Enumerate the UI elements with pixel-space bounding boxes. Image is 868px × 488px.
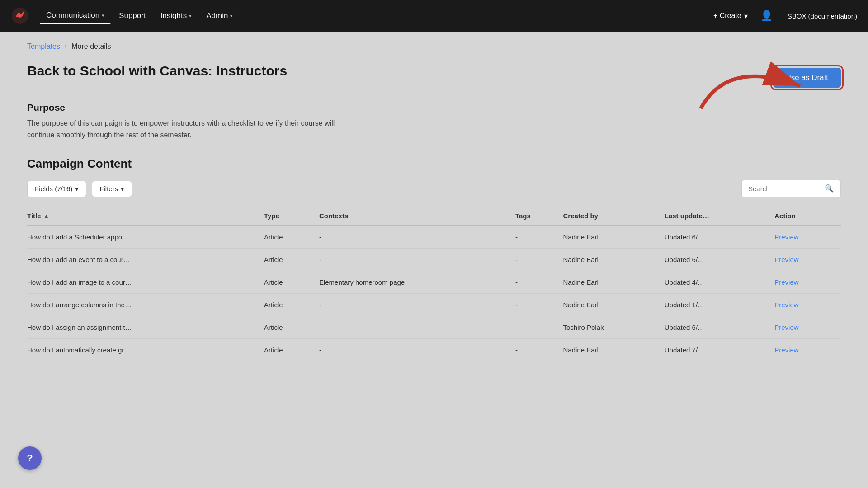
table-row: How do I automatically create gr… Articl… — [27, 339, 841, 361]
col-contexts: Contexts — [319, 206, 515, 225]
preview-link[interactable]: Preview — [774, 301, 798, 309]
search-input[interactable] — [748, 185, 821, 192]
cell-action[interactable]: Preview — [774, 294, 841, 316]
preview-link[interactable]: Preview — [774, 324, 798, 331]
chevron-down-icon: ▾ — [189, 13, 192, 19]
table-row: How do I arrange columns in the… Article… — [27, 294, 841, 316]
cell-type: Article — [264, 225, 319, 249]
chevron-down-icon: ▾ — [744, 12, 748, 20]
cell-type: Article — [264, 271, 319, 294]
sort-icon[interactable]: ▲ — [44, 213, 49, 219]
cell-last-updated: Updated 7/… — [665, 339, 775, 361]
nav-items: Communication ▾ Support Insights ▾ Admin… — [40, 7, 708, 24]
use-as-draft-button[interactable]: Use as Draft — [773, 68, 841, 88]
cell-tags: - — [515, 339, 563, 361]
cell-contexts: - — [319, 339, 515, 361]
cell-last-updated: Updated 6/… — [665, 225, 775, 249]
content-table: Title ▲ Type Contexts Tags Created by La… — [27, 206, 841, 361]
cell-created-by: Nadine Earl — [563, 271, 664, 294]
chevron-down-icon: ▾ — [75, 185, 79, 193]
table-row: How do I add a Scheduler appoi… Article … — [27, 225, 841, 249]
cell-tags: - — [515, 249, 563, 271]
campaign-content-title: Campaign Content — [27, 157, 841, 171]
table-row: How do I assign an assignment t… Article… — [27, 316, 841, 339]
org-label[interactable]: SBOX (documentation) — [780, 12, 857, 20]
cell-contexts: - — [319, 316, 515, 339]
cell-tags: - — [515, 294, 563, 316]
table-row: How do I add an event to a cour… Article… — [27, 249, 841, 271]
cell-title: How do I add an image to a cour… — [27, 271, 264, 294]
preview-link[interactable]: Preview — [774, 278, 798, 286]
cell-created-by: Nadine Earl — [563, 249, 664, 271]
cell-type: Article — [264, 294, 319, 316]
cell-title: How do I automatically create gr… — [27, 339, 264, 361]
nav-insights[interactable]: Insights ▾ — [154, 8, 198, 24]
cell-created-by: Toshiro Polak — [563, 316, 664, 339]
preview-link[interactable]: Preview — [774, 346, 798, 354]
preview-link[interactable]: Preview — [774, 256, 798, 263]
col-created-by: Created by — [563, 206, 664, 225]
breadcrumb-templates-link[interactable]: Templates — [27, 42, 60, 51]
preview-link[interactable]: Preview — [774, 233, 798, 241]
col-last-updated: Last update… — [665, 206, 775, 225]
search-box[interactable]: 🔍 — [741, 180, 841, 197]
cell-title: How do I assign an assignment t… — [27, 316, 264, 339]
nav-right: + Create ▾ 👤 SBOX (documentation) — [708, 9, 857, 23]
purpose-section: Purpose The purpose of this campaign is … — [27, 102, 841, 141]
create-button[interactable]: + Create ▾ — [708, 9, 753, 23]
cell-last-updated: Updated 4/… — [665, 271, 775, 294]
cell-contexts: - — [319, 225, 515, 249]
cell-last-updated: Updated 6/… — [665, 249, 775, 271]
table-row: How do I add an image to a cour… Article… — [27, 271, 841, 294]
cell-action[interactable]: Preview — [774, 249, 841, 271]
table-body: How do I add a Scheduler appoi… Article … — [27, 225, 841, 361]
fields-filter-button[interactable]: Fields (7/16) ▾ — [27, 181, 86, 197]
user-icon[interactable]: 👤 — [760, 10, 773, 22]
filters-left: Fields (7/16) ▾ Filters ▾ — [27, 181, 132, 197]
nav-admin[interactable]: Admin ▾ — [200, 8, 239, 24]
filters-row: Fields (7/16) ▾ Filters ▾ 🔍 — [27, 180, 841, 197]
cell-title: How do I add a Scheduler appoi… — [27, 225, 264, 249]
cell-last-updated: Updated 1/… — [665, 294, 775, 316]
cell-title: How do I add an event to a cour… — [27, 249, 264, 271]
cell-action[interactable]: Preview — [774, 225, 841, 249]
cell-action[interactable]: Preview — [774, 316, 841, 339]
col-title: Title ▲ — [27, 206, 264, 225]
use-draft-area: Use as Draft — [773, 68, 841, 88]
cell-tags: - — [515, 316, 563, 339]
campaign-table: Title ▲ Type Contexts Tags Created by La… — [27, 206, 841, 361]
cell-contexts: - — [319, 294, 515, 316]
cell-action[interactable]: Preview — [774, 271, 841, 294]
chevron-down-icon: ▾ — [121, 185, 124, 193]
page-header: Back to School with Canvas: Instructors … — [27, 63, 841, 88]
cell-created-by: Nadine Earl — [563, 339, 664, 361]
main-content: Templates › More details Back to School … — [0, 32, 868, 372]
cell-last-updated: Updated 6/… — [665, 316, 775, 339]
cell-type: Article — [264, 249, 319, 271]
cell-contexts: - — [319, 249, 515, 271]
cell-action[interactable]: Preview — [774, 339, 841, 361]
search-icon: 🔍 — [825, 184, 834, 193]
chevron-down-icon: ▾ — [230, 13, 233, 19]
navigation: Communication ▾ Support Insights ▾ Admin… — [0, 0, 868, 32]
help-button[interactable]: ? — [18, 446, 42, 470]
cell-type: Article — [264, 339, 319, 361]
cell-tags: - — [515, 225, 563, 249]
breadcrumb-separator: › — [65, 42, 67, 51]
page-title: Back to School with Canvas: Instructors — [27, 63, 287, 79]
cell-type: Article — [264, 316, 319, 339]
cell-created-by: Nadine Earl — [563, 294, 664, 316]
purpose-text: The purpose of this campaign is to empow… — [27, 117, 344, 141]
cell-created-by: Nadine Earl — [563, 225, 664, 249]
nav-communication[interactable]: Communication ▾ — [40, 7, 111, 24]
app-logo[interactable] — [11, 7, 29, 25]
filters-button[interactable]: Filters ▾ — [92, 181, 132, 197]
col-tags: Tags — [515, 206, 563, 225]
chevron-down-icon: ▾ — [102, 13, 104, 19]
col-action: Action — [774, 206, 841, 225]
nav-support[interactable]: Support — [113, 8, 152, 24]
breadcrumb: Templates › More details — [27, 42, 841, 51]
table-header-row: Title ▲ Type Contexts Tags Created by La… — [27, 206, 841, 225]
breadcrumb-current: More details — [71, 42, 111, 51]
col-type: Type — [264, 206, 319, 225]
